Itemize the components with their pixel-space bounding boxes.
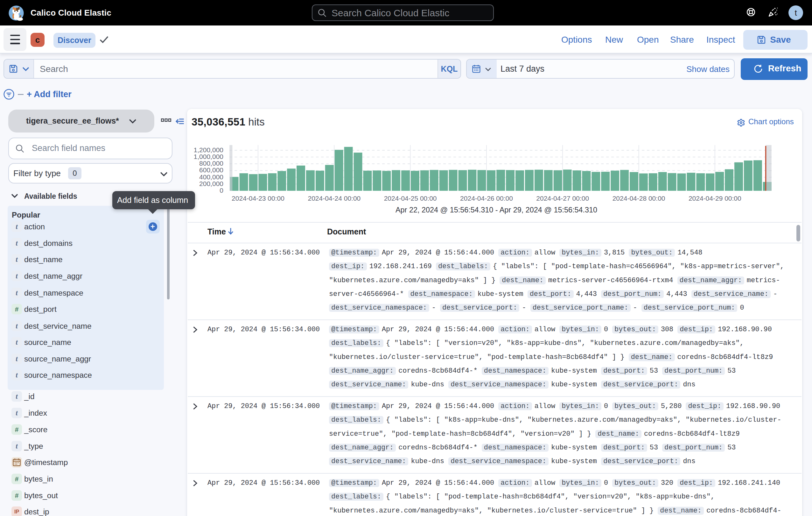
svg-text:2024-04-23 00:00: 2024-04-23 00:00: [232, 195, 285, 202]
svg-text:2024-04-26 00:00: 2024-04-26 00:00: [460, 195, 513, 202]
svg-text:2024-04-28 00:00: 2024-04-28 00:00: [612, 195, 665, 202]
svg-text:600,000: 600,000: [199, 166, 223, 173]
svg-text:2024-04-25 00:00: 2024-04-25 00:00: [384, 195, 437, 202]
svg-text:1,200,000: 1,200,000: [194, 146, 223, 154]
svg-text:2024-04-29 00:00: 2024-04-29 00:00: [689, 195, 742, 202]
svg-text:1,000,000: 1,000,000: [194, 153, 223, 160]
svg-text:2024-04-24 00:00: 2024-04-24 00:00: [308, 195, 360, 202]
svg-text:0: 0: [220, 187, 223, 194]
svg-text:800,000: 800,000: [199, 160, 223, 167]
svg-text:200,000: 200,000: [199, 180, 223, 187]
svg-text:400,000: 400,000: [199, 173, 223, 181]
svg-text:2024-04-27 00:00: 2024-04-27 00:00: [536, 195, 589, 202]
